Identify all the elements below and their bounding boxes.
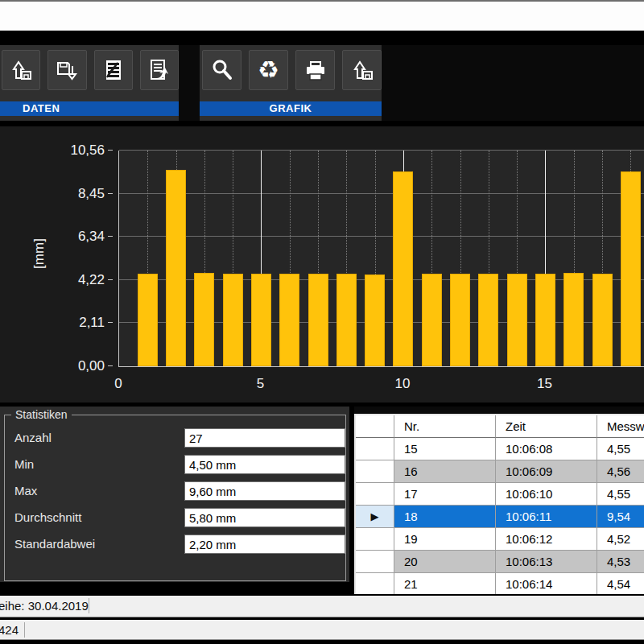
column-header-zeit[interactable]: Zeit	[496, 415, 597, 438]
row-header-cell[interactable]	[356, 573, 394, 594]
chart-panel: [mm] 0,002,114,226,348,4510,56 051015	[0, 126, 644, 402]
standardabweichung-field[interactable]	[184, 535, 345, 554]
chart-bar	[365, 275, 385, 366]
cell-zeit[interactable]: 10:06:13	[496, 551, 597, 573]
x-tick-label: 0	[114, 376, 122, 392]
max-field[interactable]	[184, 481, 345, 501]
row-header-cell[interactable]: ▶	[356, 506, 394, 528]
row-header-cell[interactable]	[356, 528, 394, 551]
durchschnitt-label: Durchschnitt	[14, 508, 81, 527]
chart-bar	[478, 274, 498, 366]
recycle-button[interactable]: ♻	[249, 50, 288, 90]
cell-nr[interactable]: 16	[394, 460, 496, 483]
cell-nr[interactable]: 15	[394, 438, 496, 460]
cell-zeit[interactable]: 10:06:12	[496, 528, 597, 551]
print-button[interactable]	[295, 50, 335, 90]
x-tick-label: 15	[537, 376, 552, 392]
chart-bar	[166, 170, 186, 366]
chart-bar	[194, 273, 214, 366]
load-file-icon	[7, 56, 35, 84]
y-tick-mark	[108, 236, 113, 237]
table-row[interactable]: 1710:06:104,55	[356, 483, 644, 506]
statistics-panel: Statistiken Anzahl Min Max Durchschnitt …	[0, 407, 349, 582]
cell-messwert[interactable]: 9,54	[597, 506, 644, 528]
cell-nr[interactable]: 21	[394, 573, 496, 594]
save-graphic-icon	[349, 56, 376, 84]
y-tick-label: 8,45	[24, 186, 105, 202]
status-bar-series: eihe: 30.04.2019	[0, 596, 644, 617]
table-row[interactable]: 1610:06:094,56	[356, 460, 644, 483]
cell-zeit[interactable]: 10:06:08	[496, 438, 597, 460]
h-gridline	[119, 193, 644, 194]
chart-bar	[336, 274, 357, 366]
cell-zeit[interactable]: 10:06:14	[496, 573, 597, 594]
cell-messwert[interactable]: 4,55	[597, 438, 644, 460]
column-header-wert[interactable]: Messwe	[597, 415, 644, 438]
export-document-button[interactable]	[140, 50, 179, 90]
chart-bar	[592, 274, 613, 366]
chart-bar	[564, 273, 584, 366]
table-row[interactable]: 2010:06:134,53	[356, 551, 644, 573]
min-label: Min	[14, 455, 34, 474]
cell-nr[interactable]: 18	[394, 506, 496, 528]
measurement-table-panel: Nr.ZeitMesswe1510:06:084,551610:06:094,5…	[354, 407, 644, 594]
cell-zeit[interactable]: 10:06:09	[496, 460, 597, 483]
statistics-groupbox: Statistiken Anzahl Min Max Durchschnitt …	[4, 415, 346, 581]
durchschnitt-field[interactable]	[184, 508, 345, 527]
row-header-cell[interactable]	[356, 438, 394, 460]
chart-bar	[223, 274, 243, 366]
max-label: Max	[14, 481, 37, 501]
count-text: 424	[0, 620, 19, 640]
chart-bar	[279, 274, 299, 366]
cell-messwert[interactable]: 4,52	[597, 528, 644, 551]
chart-bar	[308, 274, 328, 366]
status-separator	[89, 598, 89, 613]
y-tick-label: 6,34	[24, 229, 105, 245]
cell-nr[interactable]: 17	[394, 483, 496, 506]
save-file-button[interactable]	[47, 50, 86, 90]
chart-bar	[393, 171, 413, 366]
cell-zeit[interactable]: 10:06:10	[496, 483, 597, 506]
cell-messwert[interactable]: 4,53	[597, 551, 644, 573]
chart-bar	[507, 274, 527, 366]
chart-bar	[138, 274, 158, 366]
y-tick-mark	[108, 279, 113, 280]
row-header-cell[interactable]	[356, 460, 394, 483]
table-row[interactable]: 1910:06:124,52	[356, 528, 644, 551]
selected-row-arrow-icon: ▶	[356, 506, 394, 527]
table-corner-cell	[356, 415, 394, 438]
anzahl-field[interactable]	[184, 428, 345, 448]
table-row[interactable]: ▶1810:06:119,54	[356, 506, 644, 528]
y-tick-mark	[108, 150, 113, 151]
table-row[interactable]: 1510:06:084,55	[356, 438, 644, 460]
cell-zeit[interactable]: 10:06:11	[496, 506, 597, 528]
zoom-icon	[208, 56, 236, 84]
column-header-nr[interactable]: Nr.	[394, 415, 496, 438]
export-document-icon	[146, 56, 173, 84]
anzahl-label: Anzahl	[14, 428, 52, 448]
cell-messwert[interactable]: 4,54	[597, 573, 644, 594]
cell-nr[interactable]: 19	[394, 528, 496, 551]
y-tick-label: 10,56	[24, 142, 105, 159]
save-graphic-button[interactable]	[342, 50, 382, 90]
cell-messwert[interactable]: 4,56	[597, 460, 644, 483]
row-header-cell[interactable]	[356, 551, 394, 573]
statistics-title: Statistiken	[11, 408, 72, 421]
y-tick-label: 0,00	[24, 358, 105, 374]
cell-nr[interactable]: 20	[394, 551, 496, 573]
status-bar-count: 424	[0, 620, 644, 640]
toolbar-group-grafik: ♻	[200, 45, 382, 121]
h-gridline	[119, 236, 644, 237]
zoom-button[interactable]	[202, 50, 242, 90]
y-tick-label: 4,22	[24, 272, 105, 288]
series-date-text: eihe: 30.04.2019	[0, 596, 89, 616]
cell-messwert[interactable]: 4,55	[597, 483, 644, 506]
min-field[interactable]	[184, 455, 345, 474]
y-tick-mark	[108, 193, 113, 194]
export-report-button[interactable]	[94, 50, 133, 90]
toolbar: DATEN ♻	[0, 45, 644, 121]
row-header-cell[interactable]	[356, 483, 394, 506]
table-row[interactable]: 2110:06:144,54	[356, 573, 644, 594]
grafik-buttons: ♻	[200, 50, 382, 92]
load-file-button[interactable]	[2, 50, 40, 90]
